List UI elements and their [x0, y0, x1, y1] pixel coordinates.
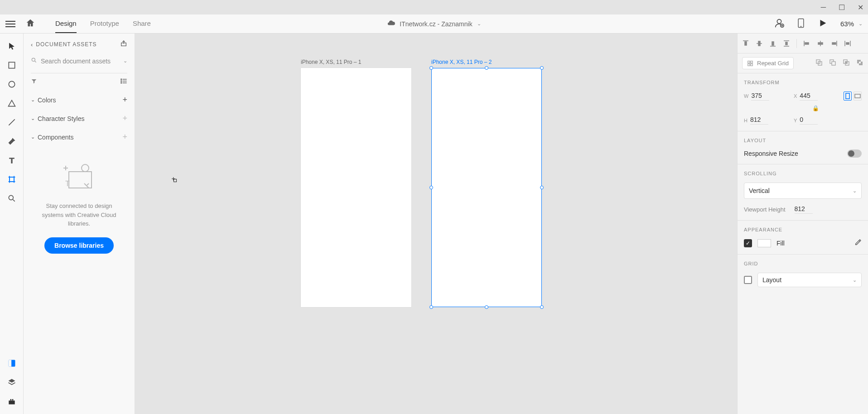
svg-line-21	[35, 61, 36, 63]
artboard-2-label[interactable]: iPhone X, XS, 11 Pro – 2	[431, 59, 492, 65]
layers-panel-icon[interactable]	[7, 378, 16, 387]
align-right-icon[interactable]	[830, 40, 838, 47]
add-style-icon[interactable]: +	[122, 114, 127, 123]
hamburger-menu-icon[interactable]	[5, 19, 15, 29]
select-tool-icon[interactable]	[7, 42, 16, 51]
svg-rect-7	[10, 177, 14, 182]
bool-exclude-icon[interactable]	[856, 59, 863, 68]
play-icon[interactable]	[818, 18, 828, 30]
document-title[interactable]: ITnetwork.cz - Zaznamnik	[400, 20, 472, 28]
empty-libraries-text: Stay connected to design systems with Cr…	[31, 202, 127, 228]
back-chevron-icon[interactable]: ‹	[31, 41, 33, 48]
svg-rect-51	[846, 43, 849, 44]
svg-point-29	[82, 164, 89, 172]
device-preview-icon[interactable]	[797, 18, 805, 30]
landscape-icon[interactable]	[854, 91, 862, 101]
plugins-panel-icon[interactable]	[7, 397, 16, 406]
svg-rect-54	[748, 63, 750, 65]
distribute-v-icon[interactable]	[783, 40, 790, 47]
svg-rect-46	[818, 43, 823, 44]
svg-rect-62	[845, 62, 847, 63]
scrolling-section: SCROLLING Vertical⌄ Viewport Height 812	[738, 164, 868, 221]
colors-section[interactable]: ⌄Colors +	[31, 95, 127, 105]
viewport-height-field[interactable]: 812	[795, 205, 813, 214]
grid-checkbox[interactable]	[744, 276, 752, 284]
svg-rect-28	[69, 172, 92, 188]
repeat-grid-button[interactable]: Repeat Grid	[742, 57, 794, 69]
lock-aspect-icon[interactable]: 🔒	[794, 105, 837, 111]
close-button[interactable]: ✕	[858, 3, 863, 12]
pen-tool-icon[interactable]	[7, 137, 16, 146]
scroll-direction-select[interactable]: Vertical⌄	[744, 183, 862, 199]
artboard-tool-icon[interactable]	[7, 175, 16, 184]
align-left-icon[interactable]	[803, 40, 810, 47]
grid-type-select[interactable]: Layout⌄	[757, 273, 862, 287]
svg-rect-44	[805, 43, 809, 44]
responsive-resize-toggle[interactable]	[847, 149, 862, 158]
character-styles-section[interactable]: ⌄Character Styles +	[31, 114, 127, 123]
align-hcenter-icon[interactable]	[817, 40, 824, 47]
tab-share[interactable]: Share	[133, 14, 151, 33]
fill-checkbox[interactable]: ✓	[744, 239, 752, 247]
add-component-icon[interactable]: +	[122, 132, 127, 142]
bool-subtract-icon[interactable]	[829, 59, 836, 68]
assets-panel-icon[interactable]	[7, 359, 16, 368]
home-icon[interactable]	[25, 18, 35, 30]
list-view-icon[interactable]	[120, 78, 127, 86]
minimize-button[interactable]: ─	[821, 3, 826, 12]
ellipse-tool-icon[interactable]	[7, 80, 16, 89]
publish-icon[interactable]	[120, 40, 127, 49]
zoom-level[interactable]: 63%	[840, 20, 854, 28]
bool-add-icon[interactable]	[815, 59, 823, 68]
y-field[interactable]: 0	[800, 116, 818, 125]
polygon-tool-icon[interactable]	[7, 99, 16, 108]
bool-intersect-icon[interactable]	[843, 59, 850, 68]
svg-rect-53	[751, 61, 752, 63]
svg-text:T: T	[65, 180, 70, 188]
width-field[interactable]: 375	[751, 92, 769, 101]
search-icon	[31, 57, 37, 65]
align-bottom-icon[interactable]	[769, 40, 776, 47]
line-tool-icon[interactable]	[7, 118, 16, 127]
canvas-area[interactable]: iPhone X, XS, 11 Pro – 1 iPhone X, XS, 1…	[135, 34, 737, 414]
svg-point-20	[32, 58, 35, 61]
x-field[interactable]: 445	[800, 92, 818, 101]
svg-rect-25	[122, 81, 126, 81]
components-section[interactable]: ⌄Components +	[31, 132, 127, 142]
fill-color-swatch[interactable]	[757, 239, 771, 247]
invite-icon[interactable]	[774, 18, 784, 30]
svg-rect-59	[832, 62, 835, 65]
align-top-icon[interactable]	[742, 40, 749, 47]
zoom-chevron-icon[interactable]: ⌄	[858, 21, 863, 27]
height-field[interactable]: 812	[750, 116, 768, 125]
svg-rect-18	[12, 399, 13, 400]
maximize-button[interactable]: ☐	[839, 3, 845, 12]
cloud-icon	[387, 19, 395, 29]
search-input[interactable]: Search document assets	[41, 58, 111, 65]
text-tool-icon[interactable]	[7, 156, 16, 165]
distribute-h-icon[interactable]	[844, 40, 851, 47]
add-color-icon[interactable]: +	[122, 95, 127, 105]
svg-rect-33	[174, 179, 177, 182]
chevron-down-icon[interactable]: ⌄	[477, 21, 481, 27]
filter-icon[interactable]	[31, 78, 37, 86]
svg-rect-65	[859, 62, 861, 63]
portrait-icon[interactable]	[844, 91, 852, 101]
eyedropper-icon[interactable]	[854, 239, 862, 248]
browse-libraries-button[interactable]: Browse libraries	[44, 237, 114, 254]
align-vcenter-icon[interactable]	[756, 40, 763, 47]
svg-point-5	[9, 81, 14, 87]
search-chevron-icon[interactable]: ⌄	[123, 58, 127, 64]
zoom-tool-icon[interactable]	[7, 194, 16, 203]
svg-line-13	[13, 200, 14, 202]
svg-point-0	[777, 19, 781, 23]
artboard-1[interactable]	[301, 68, 411, 307]
assets-panel-title: DOCUMENT ASSETS	[36, 41, 96, 48]
rectangle-tool-icon[interactable]	[7, 61, 16, 70]
tab-prototype[interactable]: Prototype	[90, 14, 119, 33]
tab-design[interactable]: Design	[55, 14, 77, 33]
responsive-resize-label: Responsive Resize	[744, 150, 798, 157]
svg-rect-23	[122, 79, 126, 79]
artboard-2-selected[interactable]	[431, 68, 542, 307]
artboard-1-label[interactable]: iPhone X, XS, 11 Pro – 1	[301, 59, 361, 65]
